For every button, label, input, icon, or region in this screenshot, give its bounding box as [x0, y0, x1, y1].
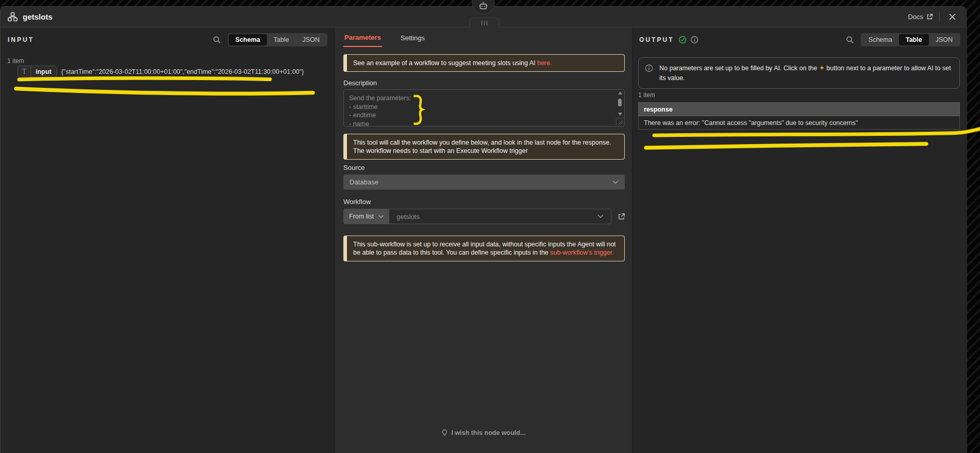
- workflow-control: From list getslots: [343, 209, 633, 224]
- external-link-icon: [618, 213, 625, 221]
- output-panel: OUTPUT Schema Table: [633, 27, 967, 453]
- input-panel: INPUT Schema Table JSON 1 item T input: [1, 27, 335, 453]
- info-icon[interactable]: [690, 36, 699, 44]
- output-items-count: 1 item: [638, 91, 655, 99]
- grip-icon: [481, 21, 482, 25]
- lightbulb-icon: [441, 429, 448, 436]
- subworkflow-trigger-link[interactable]: sub-workflow's trigger.: [550, 249, 614, 256]
- chevron-down-icon: [612, 180, 619, 184]
- input-tab-json[interactable]: JSON: [296, 34, 326, 45]
- panel-drag-handle[interactable]: [469, 18, 499, 28]
- example-notice-text: See an example of a workflow to suggest …: [353, 59, 537, 67]
- sparkles-icon: ✦: [819, 64, 825, 72]
- workflow-value: getslots: [397, 213, 420, 221]
- output-column-header[interactable]: response: [638, 102, 960, 116]
- output-tab-table[interactable]: Table: [899, 34, 929, 45]
- string-type-icon: T: [18, 68, 30, 75]
- source-value: Database: [350, 178, 378, 186]
- ai-notice-text: No parameters are set up to be filled by…: [659, 63, 953, 83]
- search-icon: [213, 36, 221, 44]
- input-schema-row[interactable]: T input {"startTime":"2026-03-02T11:00:0…: [18, 66, 304, 77]
- input-items-count: 1 item: [7, 57, 24, 65]
- node-details-modal: getslots Docs: [0, 6, 967, 453]
- output-panel-title: OUTPUT: [639, 36, 674, 43]
- output-tab-json[interactable]: JSON: [929, 34, 959, 45]
- subworkflow-notice: This sub-workflow is set up to receive a…: [343, 236, 625, 261]
- example-workflow-notice: See an example of a workflow to suggest …: [343, 54, 625, 72]
- input-tab-table[interactable]: Table: [267, 34, 296, 45]
- chevron-down-icon: [378, 215, 384, 218]
- source-select[interactable]: Database: [343, 175, 625, 190]
- node-title: getslots: [23, 12, 53, 21]
- output-view-tabs: Schema Table JSON: [861, 33, 960, 46]
- info-icon: [645, 64, 653, 72]
- parameters-panel: Parameters Settings See an example of a …: [335, 27, 633, 453]
- screen: getslots Docs: [0, 0, 980, 453]
- chevron-down-icon: [597, 214, 604, 218]
- tool-call-notice: This tool will call the workflow you def…: [343, 134, 625, 160]
- success-check-icon: [678, 36, 687, 44]
- example-here-link[interactable]: here.: [537, 59, 552, 67]
- output-tab-schema[interactable]: Schema: [862, 34, 899, 45]
- input-view-tabs: Schema Table JSON: [228, 33, 327, 46]
- output-row-error[interactable]: There was an error: "Cannot access "argu…: [638, 116, 960, 130]
- ai-parameters-notice: No parameters are set up to be filled by…: [638, 57, 960, 89]
- tab-parameters[interactable]: Parameters: [343, 28, 382, 47]
- node-settings-tabs: Parameters Settings: [335, 27, 632, 47]
- workflow-mode-value: From list: [349, 213, 374, 220]
- textarea-scrollbar[interactable]: [617, 91, 623, 116]
- scroll-down-icon[interactable]: [618, 113, 622, 116]
- resize-handle[interactable]: [616, 118, 624, 126]
- output-table: response There was an error: "Cannot acc…: [638, 102, 960, 130]
- wish-node-button[interactable]: I wish this node would...: [335, 429, 632, 436]
- input-search-button[interactable]: [211, 34, 223, 45]
- open-workflow-button[interactable]: [618, 213, 625, 221]
- close-button[interactable]: [946, 12, 959, 21]
- input-panel-title: INPUT: [8, 36, 34, 43]
- description-textarea[interactable]: Send the parameters: - starttime - endti…: [343, 89, 625, 127]
- docs-label: Docs: [908, 13, 923, 21]
- robot-icon: [478, 1, 488, 10]
- titlebar-divider: [939, 12, 940, 22]
- schema-key-pill: T input: [18, 66, 57, 77]
- workflow-mode-select[interactable]: From list: [343, 209, 389, 224]
- workflow-select[interactable]: getslots: [389, 209, 611, 224]
- description-label: Description: [343, 79, 377, 87]
- workflow-tool-icon: [8, 12, 18, 22]
- search-icon: [846, 36, 854, 44]
- wish-label: I wish this node would...: [451, 429, 526, 436]
- schema-value: {"startTime":"2026-03-02T11:00:00+01:00"…: [61, 68, 304, 75]
- docs-link[interactable]: Docs: [908, 13, 933, 21]
- description-placeholder: Send the parameters: - starttime - endti…: [344, 90, 624, 127]
- input-tab-schema[interactable]: Schema: [229, 34, 267, 45]
- output-search-button[interactable]: [844, 34, 856, 45]
- scrollbar-thumb[interactable]: [618, 99, 622, 106]
- source-label: Source: [343, 164, 365, 171]
- tab-settings[interactable]: Settings: [400, 28, 426, 46]
- workflow-label: Workflow: [343, 198, 371, 206]
- scroll-up-icon[interactable]: [618, 91, 622, 95]
- schema-key: input: [31, 68, 56, 75]
- close-icon: [949, 13, 956, 20]
- external-link-icon: [926, 13, 933, 20]
